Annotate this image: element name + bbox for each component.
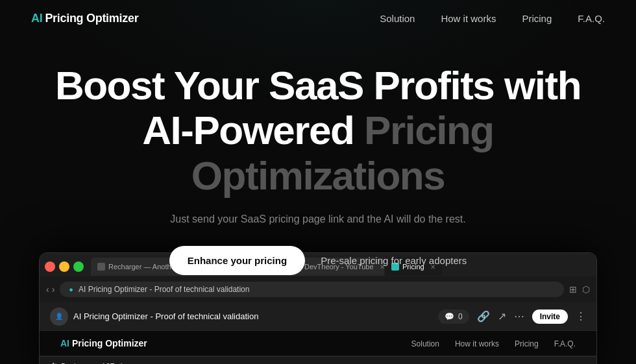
logo-text: Pricing Optimizer	[45, 12, 138, 25]
comment-count: 0	[458, 312, 463, 321]
nav-pricing[interactable]: Pricing	[522, 13, 552, 24]
kebab-icon[interactable]: ⋮	[576, 310, 586, 322]
video-info: 👤 AI Pricing Optimizer - Proof of techni…	[50, 308, 258, 326]
inner-nav-solution[interactable]: Solution	[411, 339, 439, 348]
hero-section: Boost Your SaaS Profits with AI-Powered …	[0, 37, 636, 295]
toolbar-actions: 💬 0 🔗 ↗ ⋯ Invite ⋮	[438, 309, 586, 324]
inner-nav-pricing[interactable]: Pricing	[515, 339, 539, 348]
inner-nav-faq[interactable]: F.A.Q.	[554, 339, 576, 348]
nav-solution[interactable]: Solution	[380, 13, 415, 24]
inner-toolbar: 👤 AI Pricing Optimizer - Proof of techni…	[40, 302, 596, 331]
avatar: 👤	[50, 308, 68, 326]
hero-actions: Enhance your pricing Pre-sale pricing fo…	[39, 246, 597, 275]
comment-button[interactable]: 💬 0	[438, 309, 469, 324]
invite-button[interactable]: Invite	[532, 309, 568, 324]
nav-links: Solution How it works Pricing F.A.Q.	[380, 13, 605, 25]
logo-ai: AI	[31, 12, 42, 25]
hero-title-line2-white: AI-Powered	[142, 108, 364, 152]
inner-logo-rest: Pricing Optimizer	[69, 338, 147, 348]
hero-title: Boost Your SaaS Profits with AI-Powered …	[39, 63, 597, 198]
nav-how-it-works[interactable]: How it works	[441, 13, 496, 24]
inner-nav-links: Solution How it works Pricing F.A.Q.	[411, 337, 576, 349]
main-nav: AI Pricing Optimizer Solution How it wor…	[0, 0, 636, 37]
inner-nav-how-it-works[interactable]: How it works	[455, 339, 499, 348]
more-icon[interactable]: ⋯	[514, 310, 524, 322]
comment-icon: 💬	[445, 312, 454, 321]
cta-secondary-text: Pre-sale pricing for early adopters	[321, 255, 467, 266]
stats-bar: ⏱ 5 min 👁 137 views	[40, 356, 596, 364]
inner-page-nav: AI Pricing Optimizer Solution How it wor…	[40, 331, 596, 356]
inner-logo: AI Pricing Optimizer	[60, 338, 147, 348]
link-icon[interactable]: 🔗	[477, 310, 490, 322]
nav-faq[interactable]: F.A.Q.	[578, 13, 605, 24]
inner-logo-ai: AI	[60, 338, 69, 348]
hero-title-line1: Boost Your SaaS Profits with	[55, 63, 581, 108]
video-title: AI Pricing Optimizer - Proof of technica…	[73, 311, 258, 321]
hero-subtitle: Just send your SaaS pricing page link an…	[39, 213, 597, 225]
share-icon[interactable]: ↗	[498, 310, 506, 322]
logo: AI Pricing Optimizer	[31, 12, 138, 25]
enhance-pricing-button[interactable]: Enhance your pricing	[169, 246, 305, 275]
